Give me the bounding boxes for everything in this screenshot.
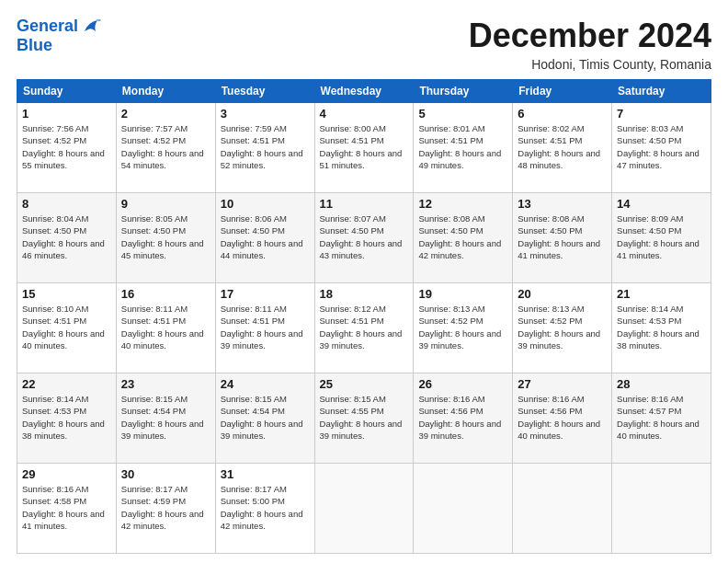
calendar-week-4: 22Sunrise: 8:14 AMSunset: 4:53 PMDayligh… (17, 373, 711, 464)
day-number: 11 (320, 197, 409, 211)
calendar-cell: 29Sunrise: 8:16 AMSunset: 4:58 PMDayligh… (17, 464, 117, 554)
calendar-cell: 9Sunrise: 8:05 AMSunset: 4:50 PMDaylight… (116, 193, 215, 283)
day-info: Sunrise: 8:14 AMSunset: 4:53 PMDaylight:… (22, 393, 111, 442)
day-number: 3 (221, 107, 310, 121)
day-number: 29 (22, 467, 111, 481)
day-number: 26 (418, 377, 507, 391)
day-number: 31 (221, 467, 310, 481)
calendar-cell: 21Sunrise: 8:14 AMSunset: 4:53 PMDayligh… (612, 283, 711, 373)
day-info: Sunrise: 8:03 AMSunset: 4:50 PMDaylight:… (617, 122, 706, 171)
day-number: 2 (121, 107, 210, 121)
month-title: December 2024 (469, 17, 711, 55)
location: Hodoni, Timis County, Romania (469, 57, 711, 72)
day-number: 1 (22, 107, 111, 121)
calendar-cell: 4Sunrise: 8:00 AMSunset: 4:51 PMDaylight… (314, 103, 414, 193)
day-number: 22 (22, 377, 111, 391)
day-info: Sunrise: 8:11 AMSunset: 4:51 PMDaylight:… (221, 303, 310, 351)
day-info: Sunrise: 7:59 AMSunset: 4:51 PMDaylight:… (221, 122, 310, 171)
day-info: Sunrise: 8:07 AMSunset: 4:50 PMDaylight:… (320, 213, 409, 261)
calendar-cell: 3Sunrise: 7:59 AMSunset: 4:51 PMDaylight… (215, 103, 314, 193)
day-info: Sunrise: 8:14 AMSunset: 4:53 PMDaylight:… (617, 303, 706, 351)
calendar-cell: 14Sunrise: 8:09 AMSunset: 4:50 PMDayligh… (612, 193, 711, 283)
calendar-header-tuesday: Tuesday (215, 80, 314, 103)
day-info: Sunrise: 8:09 AMSunset: 4:50 PMDaylight:… (617, 213, 706, 261)
day-info: Sunrise: 8:08 AMSunset: 4:50 PMDaylight:… (518, 213, 607, 261)
calendar-cell: 23Sunrise: 8:15 AMSunset: 4:54 PMDayligh… (116, 373, 215, 464)
day-info: Sunrise: 7:57 AMSunset: 4:52 PMDaylight:… (121, 122, 210, 171)
calendar-week-1: 1Sunrise: 7:56 AMSunset: 4:52 PMDaylight… (17, 103, 711, 193)
calendar-cell: 20Sunrise: 8:13 AMSunset: 4:52 PMDayligh… (513, 283, 612, 373)
day-number: 28 (617, 377, 706, 391)
day-number: 16 (121, 287, 210, 301)
day-number: 19 (418, 287, 507, 301)
calendar-table: SundayMondayTuesdayWednesdayThursdayFrid… (17, 79, 711, 554)
calendar-cell: 18Sunrise: 8:12 AMSunset: 4:51 PMDayligh… (314, 283, 414, 373)
day-number: 7 (617, 107, 706, 121)
day-info: Sunrise: 8:15 AMSunset: 4:54 PMDaylight:… (221, 393, 310, 442)
calendar-cell (513, 464, 612, 554)
calendar-cell: 17Sunrise: 8:11 AMSunset: 4:51 PMDayligh… (215, 283, 314, 373)
calendar-cell: 8Sunrise: 8:04 AMSunset: 4:50 PMDaylight… (17, 193, 117, 283)
calendar-cell: 12Sunrise: 8:08 AMSunset: 4:50 PMDayligh… (414, 193, 513, 283)
day-info: Sunrise: 8:13 AMSunset: 4:52 PMDaylight:… (518, 303, 607, 351)
logo-line2: Blue (17, 36, 101, 55)
calendar-header-monday: Monday (116, 80, 215, 103)
day-number: 5 (418, 107, 507, 121)
day-info: Sunrise: 8:08 AMSunset: 4:50 PMDaylight:… (418, 213, 507, 261)
day-info: Sunrise: 8:13 AMSunset: 4:52 PMDaylight:… (418, 303, 507, 351)
logo-text: General (17, 17, 101, 36)
calendar-cell: 6Sunrise: 8:02 AMSunset: 4:51 PMDaylight… (513, 103, 612, 193)
day-info: Sunrise: 8:16 AMSunset: 4:57 PMDaylight:… (617, 393, 706, 442)
day-number: 24 (221, 377, 310, 391)
calendar-cell: 22Sunrise: 8:14 AMSunset: 4:53 PMDayligh… (17, 373, 117, 464)
calendar-cell: 25Sunrise: 8:15 AMSunset: 4:55 PMDayligh… (314, 373, 414, 464)
calendar-cell: 11Sunrise: 8:07 AMSunset: 4:50 PMDayligh… (314, 193, 414, 283)
day-number: 10 (221, 197, 310, 211)
header: General Blue December 2024 Hodoni, Timis… (17, 17, 711, 72)
calendar-cell: 27Sunrise: 8:16 AMSunset: 4:56 PMDayligh… (513, 373, 612, 464)
calendar-week-3: 15Sunrise: 8:10 AMSunset: 4:51 PMDayligh… (17, 283, 711, 373)
day-info: Sunrise: 8:00 AMSunset: 4:51 PMDaylight:… (320, 122, 409, 171)
day-info: Sunrise: 8:15 AMSunset: 4:55 PMDaylight:… (320, 393, 409, 442)
day-info: Sunrise: 8:16 AMSunset: 4:56 PMDaylight:… (418, 393, 507, 442)
calendar-cell: 26Sunrise: 8:16 AMSunset: 4:56 PMDayligh… (414, 373, 513, 464)
calendar-cell: 24Sunrise: 8:15 AMSunset: 4:54 PMDayligh… (215, 373, 314, 464)
day-info: Sunrise: 7:56 AMSunset: 4:52 PMDaylight:… (22, 122, 111, 171)
day-number: 25 (320, 377, 409, 391)
calendar-cell: 31Sunrise: 8:17 AMSunset: 5:00 PMDayligh… (215, 464, 314, 554)
calendar-header-saturday: Saturday (612, 80, 711, 103)
day-number: 27 (518, 377, 607, 391)
day-info: Sunrise: 8:17 AMSunset: 4:59 PMDaylight:… (121, 483, 210, 532)
calendar-header-thursday: Thursday (414, 80, 513, 103)
calendar-header-row: SundayMondayTuesdayWednesdayThursdayFrid… (17, 80, 711, 103)
calendar-header-sunday: Sunday (17, 80, 117, 103)
page: General Blue December 2024 Hodoni, Timis… (0, 0, 728, 563)
day-info: Sunrise: 8:15 AMSunset: 4:54 PMDaylight:… (121, 393, 210, 442)
day-info: Sunrise: 8:17 AMSunset: 5:00 PMDaylight:… (221, 483, 310, 532)
day-number: 13 (518, 197, 607, 211)
day-number: 20 (518, 287, 607, 301)
day-info: Sunrise: 8:04 AMSunset: 4:50 PMDaylight:… (22, 213, 111, 261)
calendar-cell: 1Sunrise: 7:56 AMSunset: 4:52 PMDaylight… (17, 103, 117, 193)
calendar-cell: 28Sunrise: 8:16 AMSunset: 4:57 PMDayligh… (612, 373, 711, 464)
calendar-header-friday: Friday (513, 80, 612, 103)
day-number: 30 (121, 467, 210, 481)
day-info: Sunrise: 8:06 AMSunset: 4:50 PMDaylight:… (221, 213, 310, 261)
calendar-cell: 30Sunrise: 8:17 AMSunset: 4:59 PMDayligh… (116, 464, 215, 554)
day-number: 8 (22, 197, 111, 211)
day-info: Sunrise: 8:16 AMSunset: 4:58 PMDaylight:… (22, 483, 111, 532)
calendar-cell: 5Sunrise: 8:01 AMSunset: 4:51 PMDaylight… (414, 103, 513, 193)
day-number: 6 (518, 107, 607, 121)
day-info: Sunrise: 8:01 AMSunset: 4:51 PMDaylight:… (418, 122, 507, 171)
day-number: 12 (418, 197, 507, 211)
day-info: Sunrise: 8:10 AMSunset: 4:51 PMDaylight:… (22, 303, 111, 351)
calendar-cell: 2Sunrise: 7:57 AMSunset: 4:52 PMDaylight… (116, 103, 215, 193)
day-info: Sunrise: 8:05 AMSunset: 4:50 PMDaylight:… (121, 213, 210, 261)
calendar-cell: 13Sunrise: 8:08 AMSunset: 4:50 PMDayligh… (513, 193, 612, 283)
day-number: 23 (121, 377, 210, 391)
day-number: 9 (121, 197, 210, 211)
day-number: 21 (617, 287, 706, 301)
calendar-cell: 10Sunrise: 8:06 AMSunset: 4:50 PMDayligh… (215, 193, 314, 283)
day-number: 17 (221, 287, 310, 301)
calendar-cell: 7Sunrise: 8:03 AMSunset: 4:50 PMDaylight… (612, 103, 711, 193)
